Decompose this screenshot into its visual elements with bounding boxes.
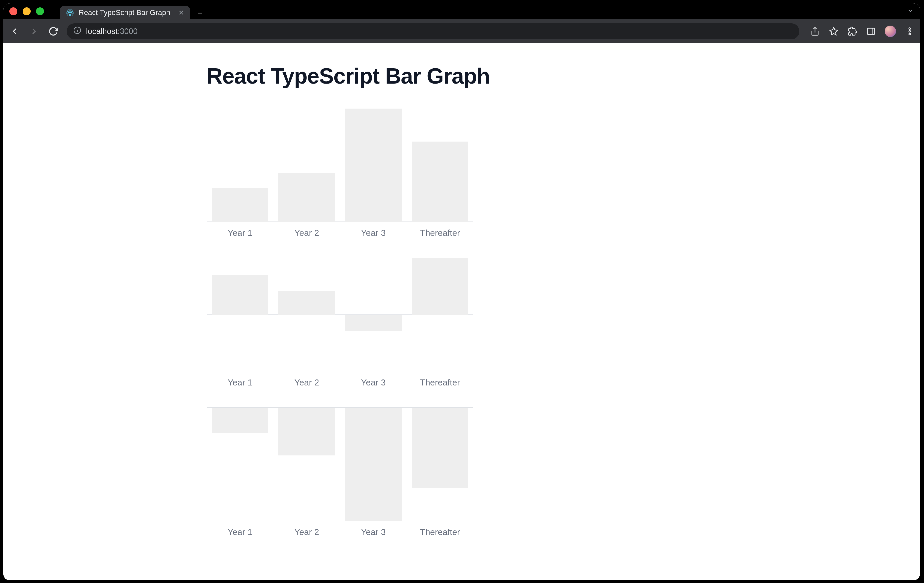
react-icon bbox=[66, 9, 74, 16]
chart-x-label: Year 1 bbox=[207, 228, 273, 238]
browser-tab-active[interactable]: React TypeScript Bar Graph ✕ bbox=[60, 6, 190, 19]
tab-strip: React TypeScript Bar Graph ✕ ＋ bbox=[60, 3, 207, 19]
profile-avatar[interactable] bbox=[884, 26, 896, 37]
chart-x-label: Year 2 bbox=[273, 228, 340, 238]
titlebar: React TypeScript Bar Graph ✕ ＋ bbox=[3, 3, 920, 19]
chart-x-label: Year 1 bbox=[207, 527, 273, 537]
bar bbox=[345, 408, 402, 521]
chart-x-labels: Year 1Year 2Year 3Thereafter bbox=[207, 228, 474, 238]
address-bar[interactable]: localhost:3000 bbox=[67, 23, 799, 39]
close-tab-button[interactable]: ✕ bbox=[178, 9, 184, 16]
bar bbox=[412, 408, 469, 488]
svg-point-0 bbox=[69, 12, 71, 13]
svg-point-11 bbox=[909, 28, 911, 30]
share-button[interactable] bbox=[810, 26, 820, 36]
svg-marker-8 bbox=[830, 27, 837, 35]
chart-x-labels: Year 1Year 2Year 3Thereafter bbox=[207, 527, 474, 537]
bar-slot bbox=[340, 408, 407, 521]
bar bbox=[345, 315, 402, 331]
browser-toolbar: localhost:3000 bbox=[3, 19, 920, 43]
bar-slot bbox=[407, 109, 474, 222]
chart-x-label: Year 2 bbox=[273, 527, 340, 537]
close-window-button[interactable] bbox=[9, 7, 17, 15]
bar-slot bbox=[273, 109, 340, 222]
site-info-icon[interactable] bbox=[73, 26, 81, 36]
url-text: localhost:3000 bbox=[86, 26, 138, 36]
svg-point-12 bbox=[909, 31, 911, 32]
chart-x-labels: Year 1Year 2Year 3Thereafter bbox=[207, 377, 474, 388]
bar bbox=[212, 275, 268, 315]
chart-plot-area bbox=[207, 109, 474, 222]
new-tab-button[interactable]: ＋ bbox=[193, 6, 207, 19]
back-button[interactable] bbox=[9, 25, 21, 37]
browser-window: React TypeScript Bar Graph ✕ ＋ localhost… bbox=[3, 3, 920, 580]
window-corner-decoration bbox=[907, 567, 920, 580]
bar-slot bbox=[340, 109, 407, 222]
bar bbox=[212, 408, 268, 433]
svg-rect-9 bbox=[868, 28, 874, 35]
chart-x-label: Thereafter bbox=[407, 228, 474, 238]
toolbar-actions bbox=[810, 26, 915, 37]
bar-chart: Year 1Year 2Year 3Thereafter bbox=[207, 258, 474, 388]
bar bbox=[412, 142, 469, 222]
window-controls bbox=[9, 7, 44, 15]
bar bbox=[345, 109, 402, 222]
bar bbox=[278, 408, 335, 455]
bar-slot bbox=[207, 408, 273, 521]
bar-slot bbox=[207, 258, 273, 371]
chart-x-label: Thereafter bbox=[407, 377, 474, 388]
bar-slot bbox=[207, 109, 273, 222]
side-panel-button[interactable] bbox=[866, 26, 876, 36]
svg-point-13 bbox=[909, 33, 911, 35]
bar-chart: Year 1Year 2Year 3Thereafter bbox=[207, 109, 474, 238]
bar bbox=[212, 188, 268, 222]
bar-slot bbox=[340, 258, 407, 371]
page-title: React TypeScript Bar Graph bbox=[207, 63, 676, 89]
bar-slot bbox=[407, 258, 474, 371]
url-port: :3000 bbox=[118, 26, 138, 36]
maximize-window-button[interactable] bbox=[36, 7, 44, 15]
page-viewport[interactable]: React TypeScript Bar Graph Year 1Year 2Y… bbox=[3, 43, 920, 580]
chart-x-label: Year 3 bbox=[340, 377, 407, 388]
page-content: React TypeScript Bar Graph Year 1Year 2Y… bbox=[207, 63, 676, 537]
forward-button[interactable] bbox=[28, 25, 40, 37]
charts-container: Year 1Year 2Year 3ThereafterYear 1Year 2… bbox=[207, 109, 676, 537]
bar-slot bbox=[407, 408, 474, 521]
chart-x-label: Year 3 bbox=[340, 527, 407, 537]
bookmark-button[interactable] bbox=[829, 26, 839, 36]
bar-chart: Year 1Year 2Year 3Thereafter bbox=[207, 408, 474, 537]
minimize-window-button[interactable] bbox=[23, 7, 31, 15]
tab-search-button[interactable] bbox=[907, 7, 914, 16]
url-host: localhost bbox=[86, 26, 118, 36]
tab-title: React TypeScript Bar Graph bbox=[79, 8, 170, 17]
chart-x-label: Year 3 bbox=[340, 228, 407, 238]
bar bbox=[278, 173, 335, 222]
chart-x-label: Year 1 bbox=[207, 377, 273, 388]
extensions-button[interactable] bbox=[847, 26, 857, 36]
reload-button[interactable] bbox=[47, 25, 59, 37]
chart-plot-area bbox=[207, 258, 474, 371]
bar-slot bbox=[273, 258, 340, 371]
chart-x-label: Year 2 bbox=[273, 377, 340, 388]
bar bbox=[412, 258, 469, 315]
bar bbox=[278, 291, 335, 315]
menu-button[interactable] bbox=[905, 26, 915, 36]
chart-plot-area bbox=[207, 408, 474, 521]
bar-slot bbox=[273, 408, 340, 521]
chart-x-label: Thereafter bbox=[407, 527, 474, 537]
